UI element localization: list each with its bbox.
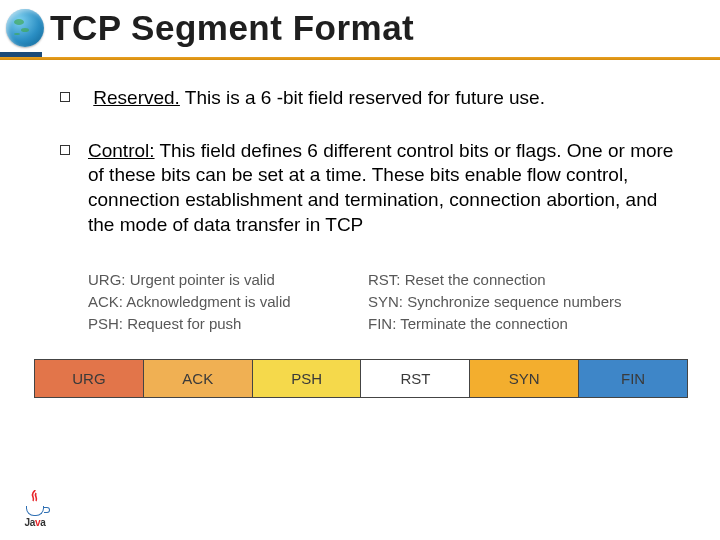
flag-cell-ack: ACK	[144, 360, 253, 397]
flag-defs-left-col: URG: Urgent pointer is valid ACK: Acknow…	[88, 269, 368, 334]
flag-cell-rst: RST	[361, 360, 470, 397]
flag-def-ack: ACK: Acknowledgment is valid	[88, 291, 368, 313]
java-logo-text: Java	[14, 517, 56, 528]
flag-def-fin: FIN: Terminate the connection	[368, 313, 680, 335]
java-cup-icon	[24, 496, 46, 516]
bullet-text: Reserved. This is a 6 -bit field reserve…	[88, 86, 545, 111]
flag-def-syn: SYN: Synchronize sequence numbers	[368, 291, 680, 313]
bullet-marker-icon	[60, 145, 70, 155]
flag-definitions: URG: Urgent pointer is valid ACK: Acknow…	[0, 265, 720, 344]
bullet-marker-icon	[60, 92, 70, 102]
flag-bar: URG ACK PSH RST SYN FIN	[34, 359, 688, 398]
flag-cell-fin: FIN	[579, 360, 687, 397]
reserved-desc: This is a 6 -bit field reserved for futu…	[180, 87, 545, 108]
control-desc: This field defines 6 different control b…	[88, 140, 673, 235]
flag-cell-syn: SYN	[470, 360, 579, 397]
slide-title: TCP Segment Format	[50, 8, 414, 48]
flag-def-psh: PSH: Request for push	[88, 313, 368, 335]
flag-cell-psh: PSH	[253, 360, 362, 397]
term-reserved: Reserved.	[93, 87, 180, 108]
java-logo-icon: Java	[14, 496, 56, 528]
bullet-text: Control: This field defines 6 different …	[88, 139, 680, 238]
term-control: Control:	[88, 140, 155, 161]
slide-header: TCP Segment Format	[0, 0, 720, 52]
title-rule	[0, 52, 720, 60]
bullet-reserved: Reserved. This is a 6 -bit field reserve…	[60, 86, 680, 111]
flag-defs-right-col: RST: Reset the connection SYN: Synchroni…	[368, 269, 680, 334]
flag-def-urg: URG: Urgent pointer is valid	[88, 269, 368, 291]
steam-icon	[30, 490, 40, 502]
flag-def-rst: RST: Reset the connection	[368, 269, 680, 291]
slide-body: Reserved. This is a 6 -bit field reserve…	[0, 60, 720, 237]
bullet-control: Control: This field defines 6 different …	[60, 139, 680, 238]
globe-icon	[6, 9, 44, 47]
flag-cell-urg: URG	[35, 360, 144, 397]
